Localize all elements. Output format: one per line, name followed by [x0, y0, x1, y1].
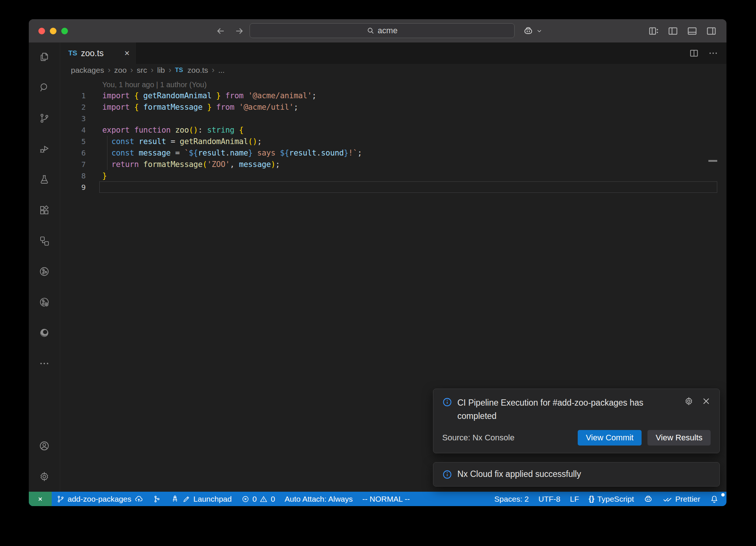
git-graph-icon [153, 495, 161, 503]
hierarchy-view-icon[interactable] [39, 235, 50, 246]
vim-mode-status-item[interactable]: -- NORMAL -- [358, 492, 415, 506]
breadcrumb-item[interactable]: packages [71, 66, 104, 75]
language-label: TypeScript [597, 495, 634, 504]
code-text: } [99, 171, 107, 180]
breadcrumb-item[interactable]: ... [218, 66, 225, 75]
warning-count: 0 [271, 495, 275, 504]
branch-name: add-zoo-packages [68, 495, 131, 504]
code-line[interactable]: 6 const message = `${result.name} says $… [60, 147, 726, 158]
breadcrumb-item[interactable]: lib [157, 66, 165, 75]
notification-close-icon[interactable] [702, 397, 711, 406]
code-line[interactable]: 3 [60, 113, 726, 124]
info-icon [442, 397, 452, 407]
testing-icon[interactable] [39, 174, 50, 185]
remote-indicator[interactable] [29, 492, 52, 506]
search-view-icon[interactable] [39, 82, 50, 93]
toggle-panel-icon[interactable] [687, 25, 698, 37]
customize-layout-icon[interactable] [648, 25, 659, 37]
line-number: 6 [60, 149, 86, 157]
code-line[interactable]: 5 const result = getRandomAnimal(); [60, 136, 726, 147]
code-line[interactable]: 4export function zoo(): string { [60, 124, 726, 136]
indent-guide [107, 136, 107, 170]
code-line[interactable]: 2import { formatMessage } from '@acme/ut… [60, 101, 726, 113]
notification-settings-gear-icon[interactable] [684, 396, 694, 406]
close-tab-icon[interactable]: × [124, 49, 130, 58]
breadcrumb-separator: › [212, 65, 214, 75]
notification-badge-dot [721, 493, 725, 496]
warnings-icon [260, 495, 268, 503]
prettier-status-item[interactable]: Prettier [658, 492, 705, 506]
spaces-label: Spaces: 2 [494, 495, 529, 504]
breadcrumb-item[interactable]: src [137, 66, 147, 75]
toggle-secondary-sidebar-icon[interactable] [706, 25, 717, 37]
status-bar: add-zoo-packages Launchpad 0 0 Auto Atta… [29, 492, 726, 506]
code-line[interactable]: 8} [60, 170, 726, 181]
editor-more-actions-icon[interactable] [708, 48, 718, 58]
double-check-icon [663, 494, 672, 504]
code-line[interactable]: 9 [60, 181, 726, 193]
auto-attach-label: Auto Attach: Always [285, 495, 353, 504]
edge-browser-icon[interactable] [39, 327, 50, 338]
command-center-search[interactable]: acme [250, 23, 515, 38]
window-controls [38, 19, 68, 42]
prettier-label: Prettier [675, 495, 700, 504]
search-value: acme [378, 26, 398, 35]
line-number: 9 [60, 183, 86, 192]
braces-icon: {} [589, 495, 595, 503]
extensions-icon[interactable] [39, 205, 50, 216]
breadcrumb[interactable]: packages›zoo›src›lib›TSzoo.ts›... [60, 64, 726, 76]
overview-ruler-cursor-mark [708, 160, 717, 162]
line-number: 1 [60, 91, 86, 100]
notifications-bell-item[interactable] [705, 492, 724, 506]
close-window-button[interactable] [38, 28, 45, 34]
activity-bar [29, 42, 60, 492]
indentation-status-item[interactable]: Spaces: 2 [489, 492, 533, 506]
breadcrumb-item[interactable]: zoo [114, 66, 127, 75]
code-line[interactable]: 7 return formatMessage('ZOO', message); [60, 158, 726, 170]
tab-label: zoo.ts [81, 48, 103, 58]
language-status-item[interactable]: {} TypeScript [584, 492, 639, 506]
run-debug-icon[interactable] [39, 143, 50, 154]
source-control-graph-item[interactable] [148, 492, 166, 506]
encoding-status-item[interactable]: UTF-8 [534, 492, 566, 506]
view-commit-button[interactable]: View Commit [578, 430, 642, 446]
rocket-icon [171, 495, 179, 504]
breadcrumb-separator: › [130, 65, 133, 75]
chevron-down-icon[interactable] [536, 28, 543, 34]
auto-attach-status-item[interactable]: Auto Attach: Always [280, 492, 357, 506]
tab-zoo-ts[interactable]: TS zoo.ts × [60, 42, 137, 64]
notification-nx-cloud-fix: Nx Cloud fix applied successfully [433, 462, 720, 487]
explorer-icon[interactable] [39, 51, 50, 62]
problems-status-item[interactable]: 0 0 [237, 492, 280, 506]
copilot-icon[interactable] [523, 25, 534, 37]
launchpad-status-item[interactable]: Launchpad [166, 492, 237, 506]
titlebar: acme [29, 19, 726, 42]
accounts-icon[interactable] [39, 440, 50, 451]
notification-message: CI Pipeline Execution for #add-zoo-packa… [457, 396, 670, 423]
more-views-ellipsis-icon[interactable] [39, 358, 50, 369]
toggle-primary-sidebar-icon[interactable] [667, 25, 678, 37]
code-text: const result = getRandomAnimal(); [99, 137, 262, 146]
copilot-icon [643, 494, 653, 504]
eol-status-item[interactable]: LF [565, 492, 584, 506]
git-blame-annotation: You, 1 hour ago | 1 author (You) [102, 79, 726, 90]
breadcrumb-item[interactable]: zoo.ts [188, 66, 208, 75]
nx-console-icon[interactable] [39, 266, 50, 277]
forward-arrow-icon[interactable] [234, 26, 244, 36]
split-editor-icon[interactable] [689, 48, 699, 58]
notification-source: Source: Nx Console [442, 433, 572, 443]
nx-cloud-icon[interactable] [39, 297, 50, 308]
copilot-status-item[interactable] [639, 492, 658, 506]
line-number: 5 [60, 137, 86, 146]
eol-label: LF [570, 495, 579, 504]
settings-gear-icon[interactable] [39, 471, 50, 482]
line-number: 3 [60, 114, 86, 123]
minimize-window-button[interactable] [50, 28, 56, 34]
source-control-icon[interactable] [39, 113, 50, 124]
breadcrumb-separator: › [108, 65, 110, 75]
back-arrow-icon[interactable] [216, 26, 226, 36]
code-line[interactable]: 1import { getRandomAnimal } from '@acme/… [60, 90, 726, 101]
view-results-button[interactable]: View Results [647, 430, 711, 446]
maximize-window-button[interactable] [61, 28, 68, 34]
branch-status-item[interactable]: add-zoo-packages [52, 492, 148, 506]
